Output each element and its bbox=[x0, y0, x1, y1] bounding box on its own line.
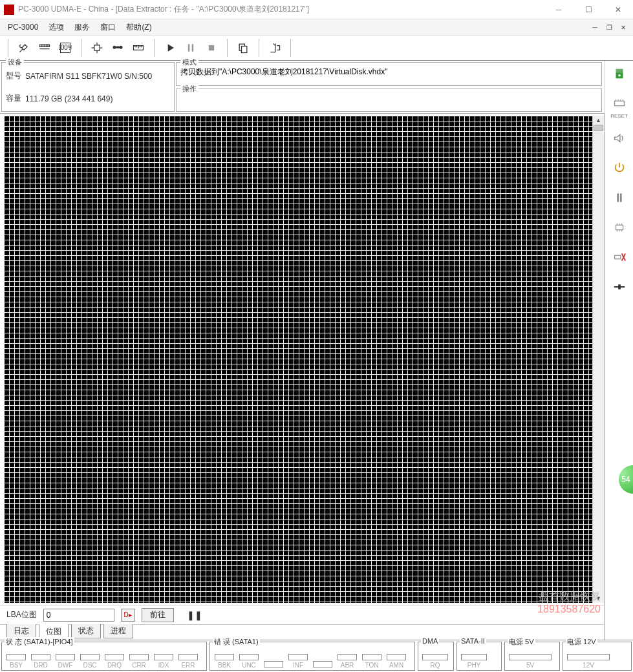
device-legend: 设备 bbox=[6, 58, 24, 67]
led-blank1 bbox=[262, 661, 285, 669]
model-value: SATAFIRM S11 SBFK71W0 S/N:500 bbox=[25, 72, 152, 81]
info-row: 设备 型号 SATAFIRM S11 SBFK71W0 S/N:500 容量 1… bbox=[0, 61, 633, 114]
svg-rect-5 bbox=[242, 47, 247, 53]
capacity-label: 容量 bbox=[6, 93, 21, 104]
mdi-minimize-button[interactable]: ─ bbox=[588, 21, 602, 34]
led-amn: AMN bbox=[385, 654, 408, 669]
mode-value: 拷贝数据到"A:\PC3000\泉道老刘20181217\VirtualDisk… bbox=[180, 67, 387, 76]
led-err: ERR bbox=[177, 654, 200, 669]
lba-input[interactable] bbox=[43, 609, 114, 622]
maximize-button[interactable]: ☐ bbox=[574, 0, 603, 19]
status-legend-dma: DMA bbox=[421, 637, 439, 645]
reset-label: RESET bbox=[609, 114, 630, 119]
main-area: ▲ ▼ LBA位图 D▸ 前往 ❚❚ 日志 位图 状态 进程 bbox=[0, 114, 605, 640]
svg-rect-2 bbox=[94, 45, 100, 50]
unplug-icon[interactable] bbox=[609, 247, 630, 268]
connector-icon[interactable] bbox=[609, 277, 630, 297]
svg-rect-8 bbox=[616, 225, 623, 229]
status-group-dma: DMA RQ bbox=[418, 642, 454, 671]
tools-icon[interactable] bbox=[14, 37, 34, 58]
side-badge-value: 54 bbox=[621, 475, 630, 484]
chip-icon[interactable] bbox=[87, 37, 107, 58]
mode-panel: 模式 拷贝数据到"A:\PC3000\泉道老刘20181217\VirtualD… bbox=[176, 62, 602, 86]
lba-marker-button[interactable]: D▸ bbox=[121, 609, 135, 622]
led-idx: IDX bbox=[152, 654, 175, 669]
measure-icon[interactable] bbox=[34, 37, 55, 58]
copy-icon[interactable] bbox=[233, 37, 253, 58]
svg-rect-3 bbox=[209, 45, 214, 50]
bitmap-container: ▲ ▼ bbox=[0, 114, 604, 605]
tab-process[interactable]: 进程 bbox=[103, 624, 133, 638]
ruler-icon[interactable] bbox=[128, 37, 149, 58]
scroll-thumb[interactable] bbox=[594, 125, 603, 131]
led-drd: DRD bbox=[29, 654, 52, 669]
menu-app-name[interactable]: PC-3000 bbox=[3, 21, 43, 34]
model-label: 型号 bbox=[6, 70, 21, 81]
mdi-close-button[interactable]: ✕ bbox=[616, 21, 630, 34]
svg-point-6 bbox=[618, 74, 621, 77]
exit-icon[interactable] bbox=[264, 37, 285, 58]
pause-side-icon[interactable] bbox=[609, 187, 630, 208]
toolbar: 100% bbox=[0, 35, 633, 61]
reset-icon[interactable] bbox=[609, 93, 630, 114]
bitmap-footer: LBA位图 D▸ 前往 ❚❚ bbox=[0, 605, 604, 624]
operation-legend: 操作 bbox=[180, 84, 198, 94]
play-button[interactable] bbox=[160, 37, 180, 58]
close-button[interactable]: ✕ bbox=[603, 0, 633, 19]
status-group-sata2: SATA-II PHY bbox=[456, 642, 502, 671]
window-title: PC-3000 UDMA-E - China - [Data Extractor… bbox=[18, 4, 544, 15]
menu-options[interactable]: 选项 bbox=[43, 20, 69, 35]
menu-service[interactable]: 服务 bbox=[69, 20, 95, 35]
bitmap-scrollbar[interactable]: ▲ ▼ bbox=[592, 116, 604, 603]
pause-indicator-icon: ❚❚ bbox=[187, 610, 202, 620]
led-phy: PHY bbox=[460, 654, 488, 669]
led-rq: RQ bbox=[421, 654, 449, 669]
led-drq: DRQ bbox=[103, 654, 126, 669]
app-icon bbox=[4, 5, 14, 15]
lba-label: LBA位图 bbox=[6, 609, 37, 620]
status-group-error: 错 误 (SATA1) BBK UNC INF ABR TON AMN bbox=[209, 642, 415, 671]
percent-icon[interactable]: 100% bbox=[55, 37, 76, 58]
chip2-icon[interactable] bbox=[609, 217, 630, 238]
led-dwf: DWF bbox=[54, 654, 77, 669]
status-group-12v: 电源 12V 12V bbox=[563, 642, 632, 671]
right-toolbar: RESET bbox=[605, 61, 633, 640]
status-legend-5v: 电源 5V bbox=[508, 637, 535, 647]
mdi-restore-button[interactable]: ❐ bbox=[602, 21, 616, 34]
status-group-5v: 电源 5V 5V bbox=[504, 642, 560, 671]
led-bbk: BBK bbox=[213, 654, 236, 669]
goto-button[interactable]: 前往 bbox=[142, 608, 174, 622]
status-legend-12v: 电源 12V bbox=[566, 637, 597, 647]
status-legend-error: 错 误 (SATA1) bbox=[213, 637, 260, 647]
led-inf: INF bbox=[286, 654, 310, 669]
title-bar: PC-3000 UDMA-E - China - [Data Extractor… bbox=[0, 0, 633, 19]
scroll-down-icon[interactable]: ▼ bbox=[593, 594, 604, 603]
binoculars-icon[interactable] bbox=[107, 37, 128, 58]
status-bar: 状 态 (SATA1)-[PIO4] BSY DRD DWF DSC DRQ C… bbox=[0, 640, 633, 672]
drive-icon[interactable] bbox=[609, 63, 630, 84]
sound-icon[interactable] bbox=[609, 128, 630, 149]
operation-panel: 操作 bbox=[176, 89, 602, 112]
menu-help[interactable]: 帮助(Z) bbox=[121, 20, 156, 35]
status-group-sata: 状 态 (SATA1)-[PIO4] BSY DRD DWF DSC DRQ C… bbox=[1, 642, 207, 671]
pause-button[interactable] bbox=[180, 37, 201, 58]
led-5v: 5V bbox=[508, 654, 553, 669]
minimize-button[interactable]: ─ bbox=[544, 0, 574, 19]
bitmap-grid[interactable] bbox=[4, 116, 592, 603]
status-legend-sata: 状 态 (SATA1)-[PIO4] bbox=[5, 637, 74, 647]
svg-text:100%: 100% bbox=[59, 44, 72, 51]
led-unc: UNC bbox=[237, 654, 261, 669]
device-panel: 设备 型号 SATAFIRM S11 SBFK71W0 S/N:500 容量 1… bbox=[1, 62, 175, 112]
led-ton: TON bbox=[360, 654, 383, 669]
scroll-up-icon[interactable]: ▲ bbox=[593, 116, 604, 125]
stop-button[interactable] bbox=[201, 37, 222, 58]
mode-panel-wrap: 模式 拷贝数据到"A:\PC3000\泉道老刘20181217\VirtualD… bbox=[176, 61, 603, 113]
tab-log[interactable]: 日志 bbox=[6, 624, 36, 638]
led-crr: CRR bbox=[127, 654, 151, 669]
menu-window[interactable]: 窗口 bbox=[95, 20, 121, 35]
power-icon[interactable] bbox=[609, 158, 630, 178]
menu-bar: PC-3000 选项 服务 窗口 帮助(Z) ─ ❐ ✕ bbox=[0, 19, 633, 35]
svg-rect-7 bbox=[614, 101, 624, 105]
mode-legend: 模式 bbox=[180, 58, 198, 67]
tab-status[interactable]: 状态 bbox=[71, 624, 101, 638]
